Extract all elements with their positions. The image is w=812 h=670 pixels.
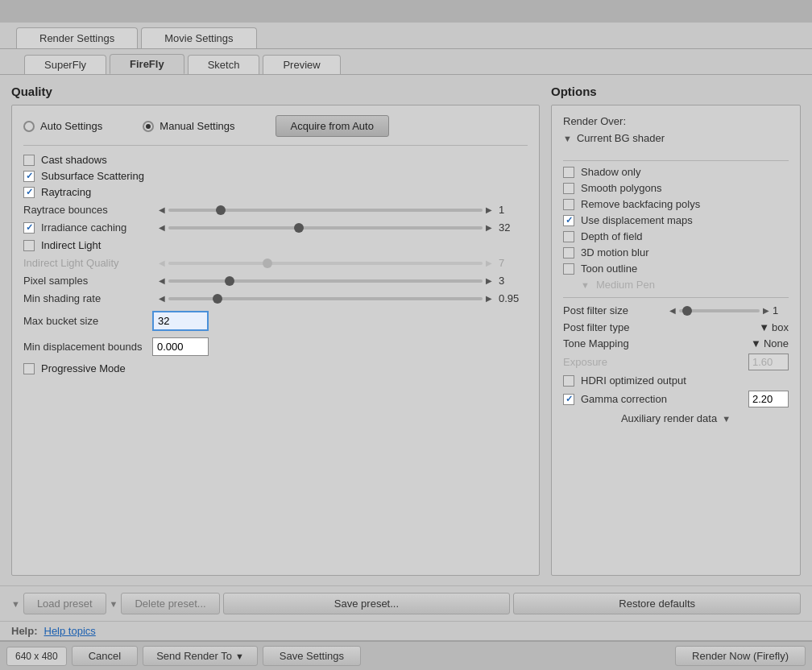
- tab-superfly[interactable]: SuperFly: [24, 55, 106, 74]
- tone-mapping-label: Tone Mapping: [563, 337, 751, 349]
- radio-auto[interactable]: Auto Settings: [23, 120, 102, 132]
- toon-outline-label: Toon outline: [581, 263, 637, 275]
- radio-auto-label: Auto Settings: [40, 120, 102, 132]
- min-displacement-input[interactable]: [152, 337, 209, 356]
- render-over-dropdown-arrow[interactable]: ▼: [563, 134, 572, 143]
- gamma-input[interactable]: [748, 391, 789, 407]
- render-now-button[interactable]: Render Now (Firefly): [675, 646, 806, 666]
- raytrace-bounces-thumb[interactable]: [216, 205, 226, 215]
- post-filter-type-row: Post filter type ▼ box: [563, 321, 789, 333]
- pixel-samples-right-arrow: ▶: [486, 276, 492, 285]
- depth-of-field-checkbox[interactable]: [563, 231, 574, 242]
- load-preset-button[interactable]: Load preset: [23, 593, 106, 614]
- smooth-polygons-checkbox[interactable]: [563, 183, 574, 194]
- raytrace-bounces-track[interactable]: [168, 209, 483, 212]
- min-shading-right-arrow: ▶: [486, 294, 492, 303]
- min-shading-slider-container: ◀ ▶: [159, 294, 492, 303]
- pixel-samples-value: 3: [499, 275, 528, 287]
- irradiance-checkbox[interactable]: [23, 222, 35, 234]
- progressive-checkbox[interactable]: [23, 363, 35, 374]
- max-bucket-input[interactable]: [152, 311, 209, 331]
- aux-render-label: Auxiliary render data: [621, 412, 717, 424]
- send-render-arrow: ▼: [235, 651, 244, 661]
- main-window: Render Settings Movie Settings SuperFly …: [0, 0, 812, 670]
- top-bar: [0, 0, 812, 23]
- options-box: Render Over: ▼ Current BG shader Shadow …: [551, 105, 801, 576]
- tab-render-settings[interactable]: Render Settings: [16, 27, 138, 48]
- progressive-row: Progressive Mode: [23, 362, 528, 374]
- cast-shadows-row: Cast shadows: [23, 154, 528, 166]
- post-filter-type-arrow: ▼: [759, 321, 769, 333]
- delete-preset-btn-container: ▼ Delete preset...: [110, 593, 220, 614]
- radio-manual-label: Manual Settings: [160, 120, 234, 132]
- cast-shadows-label: Cast shadows: [41, 154, 107, 166]
- pixel-samples-slider-container: ◀ ▶: [159, 276, 492, 285]
- tab-sketch[interactable]: Sketch: [188, 55, 260, 74]
- options-divider-1: [563, 160, 789, 161]
- irradiance-left-arrow: ◀: [159, 223, 165, 232]
- help-topics-link[interactable]: Help topics: [44, 625, 96, 637]
- irradiance-track[interactable]: [168, 226, 483, 230]
- radio-manual[interactable]: Manual Settings: [143, 120, 234, 132]
- subsurface-checkbox[interactable]: [23, 171, 35, 182]
- content-area: Quality Auto Settings Manual Settings Ac…: [0, 75, 812, 585]
- radio-manual-circle: [143, 121, 154, 132]
- bottom-bar: 640 x 480 Cancel Send Render To ▼ Save S…: [0, 640, 812, 670]
- tab-preview[interactable]: Preview: [263, 55, 340, 74]
- toon-pen-dropdown-row: ▼ Medium Pen: [563, 279, 789, 291]
- post-filter-type-dropdown[interactable]: ▼ box: [759, 321, 789, 333]
- indirect-quality-right-arrow: ▶: [486, 258, 492, 267]
- raytracing-checkbox[interactable]: [23, 187, 35, 198]
- tab-row-1: Render Settings Movie Settings: [0, 23, 812, 48]
- min-shading-thumb[interactable]: [213, 294, 222, 304]
- hdri-checkbox[interactable]: [563, 375, 574, 387]
- indirect-light-label: Indirect Light: [41, 239, 101, 251]
- load-preset-arrow: ▼: [11, 599, 20, 609]
- cast-shadows-checkbox[interactable]: [23, 155, 35, 166]
- aux-render-arrow[interactable]: ▼: [722, 414, 731, 424]
- quality-title: Quality: [11, 85, 540, 98]
- progressive-label: Progressive Mode: [41, 362, 126, 374]
- pixel-samples-thumb[interactable]: [225, 276, 234, 286]
- min-shading-track[interactable]: [168, 297, 483, 300]
- tone-mapping-dropdown[interactable]: ▼ None: [751, 337, 789, 349]
- toon-outline-checkbox[interactable]: [563, 263, 574, 275]
- delete-preset-button[interactable]: Delete preset...: [121, 593, 219, 614]
- indirect-light-quality-label: Indirect Light Quality: [23, 257, 152, 269]
- tab-movie-settings[interactable]: Movie Settings: [141, 27, 256, 48]
- post-filter-thumb[interactable]: [682, 306, 692, 316]
- shadow-only-row: Shadow only: [563, 166, 789, 178]
- indirect-quality-thumb: [263, 258, 272, 268]
- save-preset-button[interactable]: Save preset...: [223, 593, 511, 614]
- indirect-light-checkbox[interactable]: [23, 240, 35, 251]
- delete-preset-arrow: ▼: [110, 599, 118, 609]
- tab-firefly[interactable]: FireFly: [110, 54, 184, 74]
- send-render-label: Send Render To: [156, 650, 232, 662]
- exposure-label: Exposure: [563, 356, 748, 368]
- post-filter-track[interactable]: [679, 309, 760, 312]
- smooth-polygons-row: Smooth polygons: [563, 182, 789, 194]
- save-settings-button[interactable]: Save Settings: [263, 646, 361, 666]
- raytrace-bounces-value: 1: [499, 204, 528, 216]
- cancel-button[interactable]: Cancel: [72, 646, 138, 666]
- shadow-only-checkbox[interactable]: [563, 167, 574, 178]
- raytracing-row: Raytracing: [23, 186, 528, 198]
- use-displacement-checkbox[interactable]: [563, 215, 574, 226]
- gamma-checkbox[interactable]: [563, 394, 574, 405]
- motion-blur-checkbox[interactable]: [563, 247, 574, 258]
- pixel-samples-track[interactable]: [168, 279, 483, 283]
- min-shading-left-arrow: ◀: [159, 294, 165, 303]
- restore-defaults-button[interactable]: Restore defaults: [513, 593, 801, 614]
- acquire-from-auto-button[interactable]: Acquire from Auto: [276, 115, 389, 137]
- irradiance-thumb[interactable]: [294, 223, 304, 233]
- max-bucket-label: Max bucket size: [23, 315, 152, 327]
- toon-pen-arrow[interactable]: ▼: [581, 280, 590, 290]
- send-render-button[interactable]: Send Render To ▼: [143, 646, 258, 666]
- subsurface-label: Subsurface Scattering: [41, 170, 144, 182]
- post-filter-left-arrow: ◀: [669, 306, 676, 315]
- gamma-label: Gamma correction: [581, 393, 748, 405]
- post-filter-slider-container: ◀ ▶: [669, 306, 769, 315]
- min-shading-value: 0.95: [499, 292, 528, 304]
- irradiance-slider-container: ◀ ▶: [159, 223, 492, 232]
- remove-backfacing-checkbox[interactable]: [563, 199, 574, 210]
